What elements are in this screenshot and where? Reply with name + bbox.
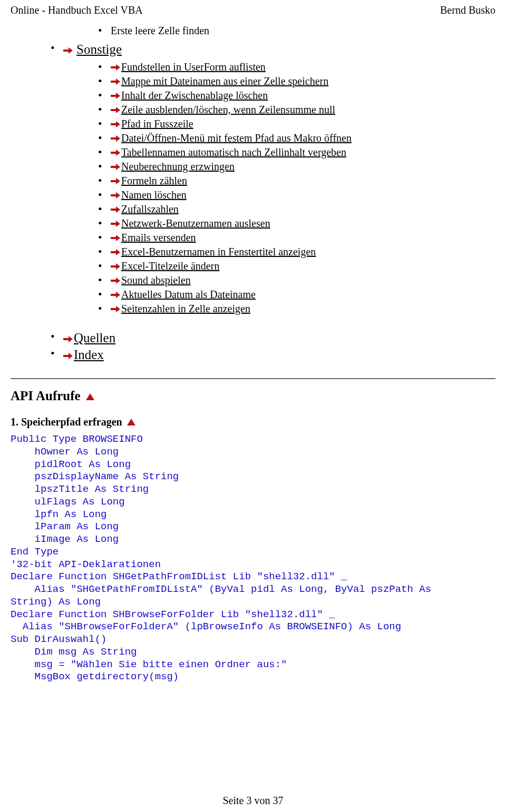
- arrow-right-icon: [111, 64, 120, 71]
- list-item: Namen löschen: [111, 189, 495, 201]
- arrow-right-icon: [111, 78, 120, 85]
- list-item: Index: [63, 348, 495, 362]
- list-item: Datei/Öffnen-Menü mit festem Pfad aus Ma…: [111, 132, 495, 144]
- list-item: Inhalt der Zwischenablage löschen: [111, 90, 495, 102]
- content-area: Erste leere Zelle finden Sonstige Fundst…: [11, 25, 495, 362]
- list-item: Pfad in Fusszeile: [111, 118, 495, 130]
- toc-link[interactable]: Excel-Titelzeile ändern: [121, 260, 219, 272]
- list-item: Aktuelles Datum als Dateiname: [111, 289, 495, 301]
- triangle-up-icon: [127, 419, 135, 425]
- toc-link[interactable]: Formeln zählen: [121, 175, 187, 186]
- header-right: Bernd Busko: [440, 4, 495, 16]
- list-item: Neuberechnung erzwingen: [111, 161, 495, 173]
- arrow-right-icon: [111, 135, 120, 142]
- sonstige-items: Fundstellen in UserForm auflisten Mappe …: [63, 61, 495, 315]
- list-item: Fundstellen in UserForm auflisten: [111, 61, 495, 73]
- arrow-right-icon: [111, 177, 120, 185]
- arrow-right-icon: [111, 106, 120, 114]
- code-block: Public Type BROWSEINFO hOwner As Long pi…: [11, 433, 495, 684]
- list-item: Erste leere Zelle finden: [111, 25, 495, 37]
- toc-link[interactable]: Mappe mit Dateinamen aus einer Zelle spe…: [121, 75, 328, 87]
- bottom-links-list: Quellen Index: [42, 331, 495, 362]
- arrow-right-icon: [63, 47, 73, 54]
- toc-link[interactable]: Neuberechnung erzwingen: [121, 161, 235, 172]
- arrow-right-icon: [111, 305, 120, 313]
- toc-link[interactable]: Inhalt der Zwischenablage löschen: [121, 90, 268, 101]
- arrow-right-icon: [111, 206, 120, 213]
- quellen-link[interactable]: Quellen: [74, 331, 115, 345]
- page: Online - Handbuch Excel VBA Bernd Busko …: [0, 0, 506, 812]
- triangle-up-icon: [86, 393, 94, 400]
- toc-link[interactable]: Emails versenden: [121, 232, 196, 243]
- arrow-right-icon: [111, 234, 120, 242]
- list-item: Quellen: [63, 331, 495, 345]
- arrow-right-icon: [111, 277, 120, 284]
- api-subheading: 1. Speicherpfad erfragen: [11, 416, 495, 428]
- list-item: Netzwerk-Benutzernamen auslesen: [111, 217, 495, 230]
- toc-link[interactable]: Tabellennamen automatisch nach Zellinhal…: [121, 146, 346, 158]
- toc-link[interactable]: Aktuelles Datum als Dateiname: [121, 289, 256, 300]
- header-left: Online - Handbuch Excel VBA: [11, 4, 143, 16]
- toc-link[interactable]: Seitenzahlen in Zelle anzeigen: [121, 303, 250, 314]
- arrow-right-icon: [111, 249, 120, 256]
- toc-link[interactable]: Sound abspielen: [121, 274, 191, 286]
- arrow-right-icon: [111, 291, 120, 299]
- arrow-right-icon: [111, 220, 120, 227]
- list-item: Emails versenden: [111, 232, 495, 244]
- arrow-right-icon: [63, 352, 73, 360]
- sonstige-group: Sonstige Fundstellen in UserForm auflist…: [42, 42, 495, 315]
- arrow-right-icon: [111, 121, 120, 128]
- arrow-right-icon: [111, 149, 120, 156]
- api-heading: API Aufrufe: [11, 389, 495, 403]
- arrow-right-icon: [111, 163, 120, 171]
- arrow-right-icon: [63, 335, 73, 343]
- list-item: Zeile ausblenden/löschen, wenn Zeilensum…: [111, 104, 495, 116]
- toc-link[interactable]: Netzwerk-Benutzernamen auslesen: [121, 217, 270, 229]
- page-footer: Seite 3 von 37: [11, 795, 495, 807]
- toc-link[interactable]: Zeile ausblenden/löschen, wenn Zeilensum…: [121, 104, 335, 115]
- toc-link[interactable]: Excel-Benutzernamen in Fenstertitel anze…: [121, 246, 316, 258]
- section-heading-item: Sonstige Fundstellen in UserForm auflist…: [63, 42, 495, 315]
- list-item: Seitenzahlen in Zelle anzeigen: [111, 303, 495, 315]
- list-item: Excel-Titelzeile ändern: [111, 260, 495, 272]
- arrow-right-icon: [111, 192, 120, 199]
- arrow-right-icon: [111, 92, 120, 100]
- toc-link[interactable]: Namen löschen: [121, 189, 187, 201]
- list-item: Tabellennamen automatisch nach Zellinhal…: [111, 146, 495, 159]
- divider: [11, 378, 495, 379]
- api-heading-text: API Aufrufe: [11, 389, 81, 403]
- page-header: Online - Handbuch Excel VBA Bernd Busko: [11, 0, 495, 17]
- list-item: Excel-Benutzernamen in Fenstertitel anze…: [111, 246, 495, 258]
- section-sonstige-link[interactable]: Sonstige: [76, 42, 122, 56]
- list-item: Mappe mit Dateinamen aus einer Zelle spe…: [111, 75, 495, 87]
- toc-link[interactable]: Fundstellen in UserForm auflisten: [121, 61, 266, 73]
- toc-link[interactable]: Pfad in Fusszeile: [121, 118, 193, 130]
- toc-link[interactable]: Datei/Öffnen-Menü mit festem Pfad aus Ma…: [121, 132, 352, 144]
- list-item-label: Erste leere Zelle finden: [111, 25, 209, 36]
- arrow-right-icon: [111, 263, 120, 270]
- toc-link[interactable]: Zufallszahlen: [121, 203, 179, 215]
- index-link[interactable]: Index: [74, 348, 104, 362]
- list-item: Sound abspielen: [111, 274, 495, 286]
- api-subheading-text: 1. Speicherpfad erfragen: [11, 416, 122, 428]
- list-item: Formeln zählen: [111, 175, 495, 187]
- top-list: Erste leere Zelle finden: [42, 25, 495, 37]
- list-item: Zufallszahlen: [111, 203, 495, 215]
